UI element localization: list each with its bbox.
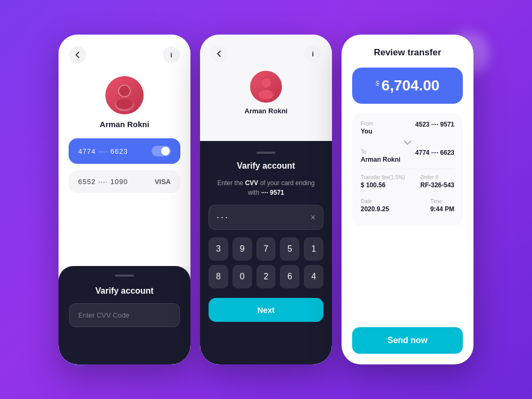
card1-header: i	[69, 46, 180, 63]
order-label: Order #	[420, 174, 454, 180]
key-1[interactable]: 1	[304, 237, 323, 261]
currency-symbol: $	[376, 79, 379, 87]
card2-header: i	[211, 45, 321, 62]
fee-label: Transfer fee(1.5%)	[361, 174, 405, 180]
card1-top: i Arman Rokni 4774 ···· 6623 6552 ···· 1…	[59, 35, 190, 266]
card2-top: i Arman Rokni	[200, 35, 332, 141]
varify-desc-card2: Enter the CVV of your card endingwith ··…	[218, 178, 315, 197]
phone-card-3: Review transfer $ 6,704.00 From You 4523…	[342, 35, 473, 364]
svg-point-5	[259, 90, 273, 99]
inactive-card-pill[interactable]: 6552 ···· 1090 VISA	[69, 170, 180, 193]
varify-title-card2: Varify account	[237, 161, 295, 171]
key-4[interactable]: 4	[304, 265, 323, 288]
from-sender: You	[361, 128, 373, 135]
fee-order-row: Transfer fee(1.5%) $ 100.56 Order # RF-3…	[361, 174, 454, 189]
key-3[interactable]: 3	[209, 237, 228, 261]
send-now-button[interactable]: Send now	[352, 327, 463, 354]
chevron-down-icon	[361, 138, 454, 147]
time-value: 9:44 PM	[430, 205, 454, 213]
to-card-number: 4774 ···· 6623	[415, 149, 454, 156]
time-label: Time	[430, 198, 454, 204]
amount-value: 6,704.00	[381, 77, 439, 94]
date-label: Date	[361, 198, 389, 204]
back-icon-card2[interactable]	[211, 45, 228, 62]
time-col: Time 9:44 PM	[430, 198, 454, 213]
from-card-col: 4523 ···· 9571	[415, 121, 454, 128]
order-value: RF-326-543	[420, 181, 454, 189]
active-card-pill[interactable]: 4774 ···· 6623	[69, 138, 180, 164]
from-card-number: 4523 ···· 9571	[415, 121, 454, 128]
date-value: 2020.9.25	[361, 205, 389, 213]
to-row: To Arman Rokni 4774 ···· 6623	[361, 149, 454, 163]
sheet-handle-card2	[256, 152, 276, 154]
to-card-col: 4774 ···· 6623	[415, 149, 454, 156]
back-icon-card1[interactable]	[69, 46, 86, 63]
numpad-card2: 3 9 7 5 1 8 0 2 6 4	[209, 237, 323, 288]
info-icon-card2[interactable]: i	[304, 45, 321, 62]
inactive-card-number: 6552 ···· 1090	[78, 178, 128, 186]
cvv-input-card1[interactable]: Enter CVV Code	[69, 303, 180, 327]
user-name-card1: Arman Rokni	[99, 120, 149, 129]
card3-inner: Review transfer $ 6,704.00 From You 4523…	[342, 35, 473, 364]
clear-button-card2[interactable]: ×	[311, 213, 315, 222]
cvv-dots-display: ···	[217, 212, 229, 223]
from-row: From You 4523 ···· 9571	[361, 121, 454, 135]
avatar-card2	[250, 71, 282, 103]
to-recipient: Arman Rokni	[361, 156, 401, 163]
key-2[interactable]: 2	[256, 265, 276, 288]
key-8[interactable]: 8	[209, 265, 228, 288]
to-col: To Arman Rokni	[361, 149, 401, 163]
svg-point-3	[116, 98, 133, 109]
info-icon-card1[interactable]: i	[163, 46, 180, 63]
svg-point-2	[119, 86, 130, 96]
user-name-card2: Arman Rokni	[245, 107, 288, 115]
bottom-sheet-card1: Varify account Enter CVV Code	[59, 266, 190, 364]
phone-card-2: i Arman Rokni Varify account Enter the C…	[200, 35, 332, 364]
fee-col: Transfer fee(1.5%) $ 100.56	[361, 174, 405, 189]
svg-point-4	[261, 78, 271, 88]
sheet-handle-card1	[115, 275, 134, 277]
phone-card-1: i Arman Rokni 4774 ···· 6623 6552 ···· 1…	[59, 35, 190, 364]
card2-bottom: Varify account Enter the CVV of your car…	[200, 141, 332, 364]
avatar-card1	[105, 76, 144, 114]
from-col: From You	[361, 121, 373, 135]
active-card-number: 4774 ···· 6623	[78, 147, 128, 155]
key-9[interactable]: 9	[232, 237, 252, 261]
date-time-row: Date 2020.9.25 Time 9:44 PM	[361, 198, 454, 213]
visa-brand: VISA	[155, 178, 171, 186]
card-toggle[interactable]	[152, 146, 171, 156]
key-0[interactable]: 0	[232, 265, 252, 288]
fee-value: $ 100.56	[361, 181, 405, 189]
sheet-title-card1: Varify account	[95, 286, 153, 296]
key-7[interactable]: 7	[256, 237, 276, 261]
key-6[interactable]: 6	[280, 265, 300, 288]
to-label: To	[361, 149, 401, 155]
divider	[361, 169, 454, 169]
amount-box: $ 6,704.00	[352, 68, 463, 104]
order-col: Order # RF-326-543	[420, 174, 454, 189]
from-label: From	[361, 121, 373, 127]
key-5[interactable]: 5	[280, 237, 300, 261]
cvv-input-row-card2[interactable]: ··· ×	[209, 205, 323, 230]
review-title: Review transfer	[352, 47, 463, 58]
date-col: Date 2020.9.25	[361, 198, 389, 213]
next-button-card2[interactable]: Next	[209, 298, 323, 322]
transfer-details: From You 4523 ···· 9571 To Arman Rokni	[352, 113, 463, 226]
